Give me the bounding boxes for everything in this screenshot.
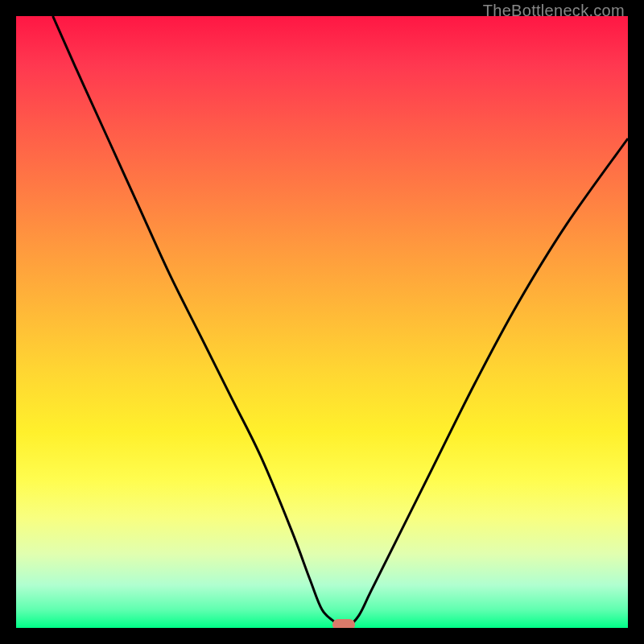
optimal-marker <box>332 619 355 628</box>
bottleneck-curve <box>53 16 628 628</box>
chart-area <box>16 16 628 628</box>
curve-svg <box>16 16 628 628</box>
